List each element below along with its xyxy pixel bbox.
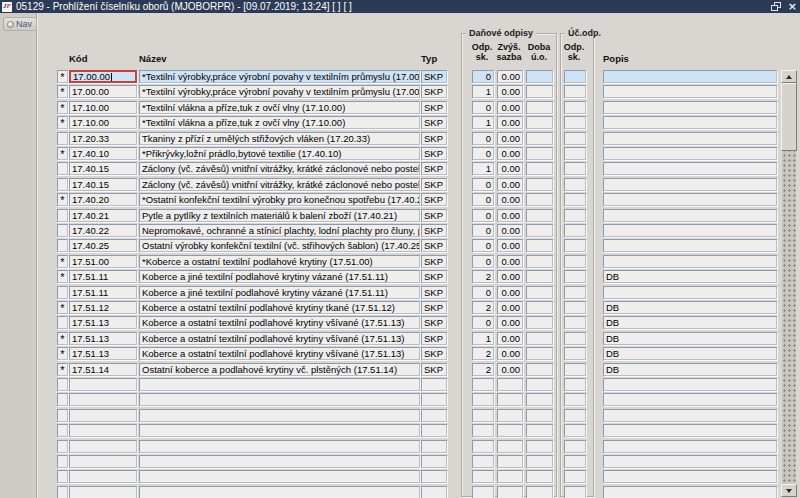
- description-cell[interactable]: [603, 70, 777, 83]
- increased-rate-cell[interactable]: 0.00: [497, 132, 523, 145]
- name-cell[interactable]: *Textilní vlákna a příze,tuk z ovčí vlny…: [139, 101, 420, 114]
- code-cell[interactable]: 17.40.25: [69, 239, 137, 252]
- tax-depr-group-cell[interactable]: 0: [472, 101, 494, 114]
- tax-depr-group-cell[interactable]: [472, 486, 494, 498]
- code-cell[interactable]: 17.40.21: [69, 209, 137, 222]
- table-row[interactable]: * 17.40.20 *Ostatní konfekční textilní v…: [0, 193, 800, 206]
- acc-depr-group-cell[interactable]: [564, 301, 586, 314]
- type-cell[interactable]: SKP: [421, 286, 447, 299]
- table-row[interactable]: [0, 409, 800, 422]
- type-cell[interactable]: SKP: [421, 209, 447, 222]
- description-cell[interactable]: [603, 101, 777, 114]
- tax-depr-group-cell[interactable]: [472, 378, 494, 391]
- acc-depr-group-cell[interactable]: [564, 378, 586, 391]
- acc-depr-group-cell[interactable]: [564, 224, 586, 237]
- table-row[interactable]: * 17.51.14 Ostatní koberce a podlahové k…: [0, 363, 800, 376]
- depr-period-cell[interactable]: [526, 209, 553, 222]
- name-cell[interactable]: [139, 393, 420, 406]
- tax-depr-group-cell[interactable]: 2: [472, 301, 494, 314]
- name-cell[interactable]: [139, 455, 420, 468]
- type-cell[interactable]: [421, 378, 447, 391]
- description-cell[interactable]: [603, 147, 777, 160]
- type-cell[interactable]: SKP: [421, 363, 447, 376]
- type-cell[interactable]: SKP: [421, 301, 447, 314]
- description-cell[interactable]: DB: [603, 347, 777, 360]
- acc-depr-group-cell[interactable]: [564, 101, 586, 114]
- increased-rate-cell[interactable]: [497, 440, 523, 453]
- code-cell[interactable]: 17.10.00: [69, 116, 137, 129]
- code-cell[interactable]: 17.51.00: [69, 255, 137, 268]
- increased-rate-cell[interactable]: 0.00: [497, 209, 523, 222]
- scrollbar-down-button[interactable]: [781, 484, 797, 497]
- tax-depr-group-cell[interactable]: [472, 409, 494, 422]
- type-cell[interactable]: [421, 393, 447, 406]
- code-cell[interactable]: 17.00.00: [69, 70, 137, 83]
- increased-rate-cell[interactable]: 0.00: [497, 224, 523, 237]
- table-row[interactable]: [0, 455, 800, 468]
- increased-rate-cell[interactable]: 0.00: [497, 239, 523, 252]
- table-row[interactable]: [0, 440, 800, 453]
- favorite-cell[interactable]: [57, 409, 68, 422]
- favorite-cell[interactable]: *: [57, 301, 68, 314]
- description-cell[interactable]: [603, 286, 777, 299]
- type-cell[interactable]: SKP: [421, 224, 447, 237]
- table-row[interactable]: 17.40.21 Pytle a pytlíky z textilních ma…: [0, 209, 800, 222]
- acc-depr-group-cell[interactable]: [564, 409, 586, 422]
- type-cell[interactable]: SKP: [421, 85, 447, 98]
- table-row[interactable]: * 17.40.10 *Přikrývky,ložní prádlo,bytov…: [0, 147, 800, 160]
- acc-depr-group-cell[interactable]: [564, 470, 586, 483]
- favorite-cell[interactable]: [57, 470, 68, 483]
- table-row[interactable]: * 17.00.00 *Textilní výrobky,práce výrob…: [0, 70, 800, 83]
- depr-period-cell[interactable]: [526, 393, 553, 406]
- name-cell[interactable]: Nepromokavé, ochranné a stínicí plachty,…: [139, 224, 420, 237]
- acc-depr-group-cell[interactable]: [564, 209, 586, 222]
- favorite-cell[interactable]: [57, 316, 68, 329]
- increased-rate-cell[interactable]: 0.00: [497, 193, 523, 206]
- scrollbar-thumb[interactable]: [781, 83, 797, 151]
- acc-depr-group-cell[interactable]: [564, 255, 586, 268]
- table-row[interactable]: [0, 470, 800, 483]
- favorite-cell[interactable]: *: [57, 116, 68, 129]
- favorite-cell[interactable]: *: [57, 332, 68, 345]
- description-cell[interactable]: DB: [603, 332, 777, 345]
- depr-period-cell[interactable]: [526, 193, 553, 206]
- table-row[interactable]: 17.51.11 Koberce a jiné textilní podlaho…: [0, 286, 800, 299]
- tax-depr-group-cell[interactable]: 1: [472, 332, 494, 345]
- type-cell[interactable]: [421, 409, 447, 422]
- favorite-cell[interactable]: *: [57, 101, 68, 114]
- favorite-cell[interactable]: [57, 224, 68, 237]
- depr-period-cell[interactable]: [526, 486, 553, 498]
- code-cell[interactable]: 17.40.10: [69, 147, 137, 160]
- description-cell[interactable]: [603, 209, 777, 222]
- code-cell[interactable]: 17.40.20: [69, 193, 137, 206]
- favorite-cell[interactable]: *: [57, 255, 68, 268]
- code-cell[interactable]: [69, 393, 137, 406]
- depr-period-cell[interactable]: [526, 347, 553, 360]
- favorite-cell[interactable]: [57, 486, 68, 498]
- name-cell[interactable]: Ostatní koberce a podlahové krytiny vč. …: [139, 363, 420, 376]
- table-row[interactable]: * 17.51.12 Koberce a ostatní textilní po…: [0, 301, 800, 314]
- type-cell[interactable]: SKP: [421, 70, 447, 83]
- increased-rate-cell[interactable]: 0.00: [497, 70, 523, 83]
- scrollbar-up-button[interactable]: [781, 70, 797, 83]
- tax-depr-group-cell[interactable]: 0: [472, 209, 494, 222]
- tax-depr-group-cell[interactable]: 0: [472, 224, 494, 237]
- type-cell[interactable]: SKP: [421, 162, 447, 175]
- favorite-cell[interactable]: *: [57, 70, 68, 83]
- code-cell[interactable]: 17.00.00: [69, 85, 137, 98]
- type-cell[interactable]: SKP: [421, 332, 447, 345]
- type-cell[interactable]: SKP: [421, 178, 447, 191]
- depr-period-cell[interactable]: [526, 424, 553, 437]
- table-row[interactable]: * 17.10.00 *Textilní vlákna a příze,tuk …: [0, 116, 800, 129]
- type-cell[interactable]: SKP: [421, 239, 447, 252]
- code-cell[interactable]: 17.20.33: [69, 132, 137, 145]
- name-cell[interactable]: [139, 486, 420, 498]
- depr-period-cell[interactable]: [526, 470, 553, 483]
- name-cell[interactable]: *Ostatní konfekční textilní výrobky pro …: [139, 193, 420, 206]
- tax-depr-group-cell[interactable]: [472, 440, 494, 453]
- acc-depr-group-cell[interactable]: [564, 332, 586, 345]
- name-cell[interactable]: *Přikrývky,ložní prádlo,bytové textilie …: [139, 147, 420, 160]
- type-cell[interactable]: SKP: [421, 347, 447, 360]
- favorite-cell[interactable]: [57, 378, 68, 391]
- code-cell[interactable]: 17.40.22: [69, 224, 137, 237]
